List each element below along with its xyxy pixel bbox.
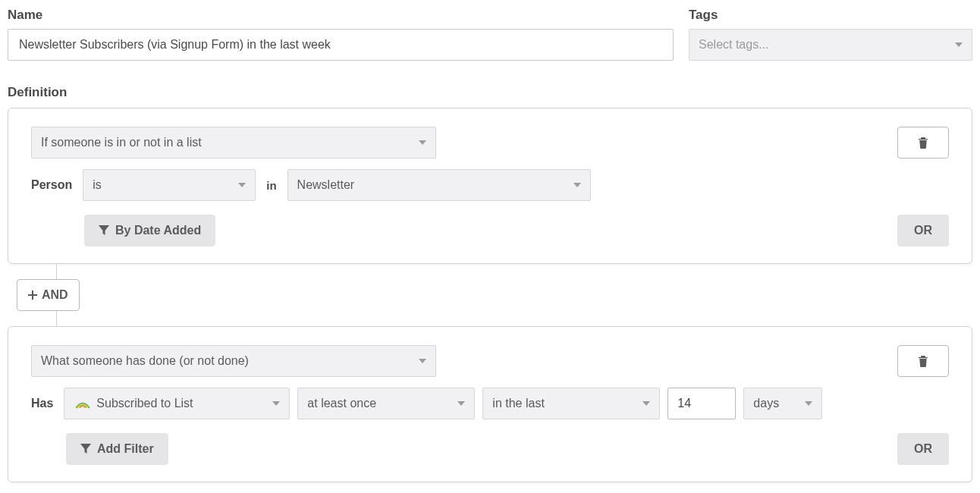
chevron-down-icon [642,401,650,406]
condition-type-select-2[interactable]: What someone has done (or not done) [31,345,436,377]
condition-type-select-1[interactable]: If someone is in or not in a list [31,127,436,159]
condition-type-label-2: What someone has done (or not done) [41,354,249,368]
by-date-added-label: By Date Added [115,224,201,237]
condition-connector: AND [46,264,972,326]
trash-icon [918,355,928,367]
event-value: Subscribed to List [96,397,272,410]
timeframe-unit-select[interactable]: days [743,388,822,419]
filter-icon [99,225,109,236]
add-filter-button[interactable]: Add Filter [66,433,168,465]
name-label: Name [8,8,674,23]
list-value: Newsletter [297,178,355,192]
definition-label: Definition [8,85,972,100]
frequency-value: at least once [307,397,376,410]
and-button[interactable]: AND [17,279,80,311]
timeframe-value: in the last [492,397,544,410]
chevron-down-icon [419,140,426,145]
in-label: in [266,179,276,192]
or-button-1[interactable]: OR [897,215,949,246]
condition-card-1: If someone is in or not in a list Person… [8,108,972,264]
tags-select[interactable]: Select tags... [689,29,972,61]
plus-icon [28,290,37,300]
trash-icon [918,137,928,149]
chevron-down-icon [419,359,426,363]
person-label: Person [31,178,72,192]
timeframe-count-input[interactable] [667,388,736,419]
frequency-select[interactable]: at least once [297,388,475,419]
timeframe-select[interactable]: in the last [482,388,660,419]
operator-value: is [93,178,102,192]
chevron-down-icon [805,401,812,406]
condition-card-2: What someone has done (or not done) Has … [8,326,972,482]
header-row: Name Tags Select tags... [8,8,972,61]
chevron-down-icon [272,401,280,406]
has-label: Has [31,397,53,410]
filter-icon [80,444,91,454]
by-date-added-button[interactable]: By Date Added [84,215,215,246]
chevron-down-icon [457,401,465,406]
name-input[interactable] [8,29,674,61]
list-select[interactable]: Newsletter [287,169,591,201]
timeframe-unit-value: days [753,397,779,410]
tags-label: Tags [689,8,972,23]
event-select[interactable]: Subscribed to List [64,388,290,419]
chevron-down-icon [955,42,963,47]
delete-condition-button-2[interactable] [897,345,949,377]
add-filter-label: Add Filter [97,442,154,456]
condition-type-label: If someone is in or not in a list [41,136,202,149]
chevron-down-icon [238,183,246,187]
operator-select[interactable]: is [83,169,256,201]
klaviyo-icon [74,394,92,413]
tags-placeholder: Select tags... [699,38,769,52]
name-field-wrapper: Name [8,8,674,61]
chevron-down-icon [573,183,581,187]
or-button-2[interactable]: OR [897,433,949,465]
delete-condition-button-1[interactable] [897,127,949,159]
and-label: AND [42,288,68,302]
tags-field-wrapper: Tags Select tags... [689,8,972,61]
